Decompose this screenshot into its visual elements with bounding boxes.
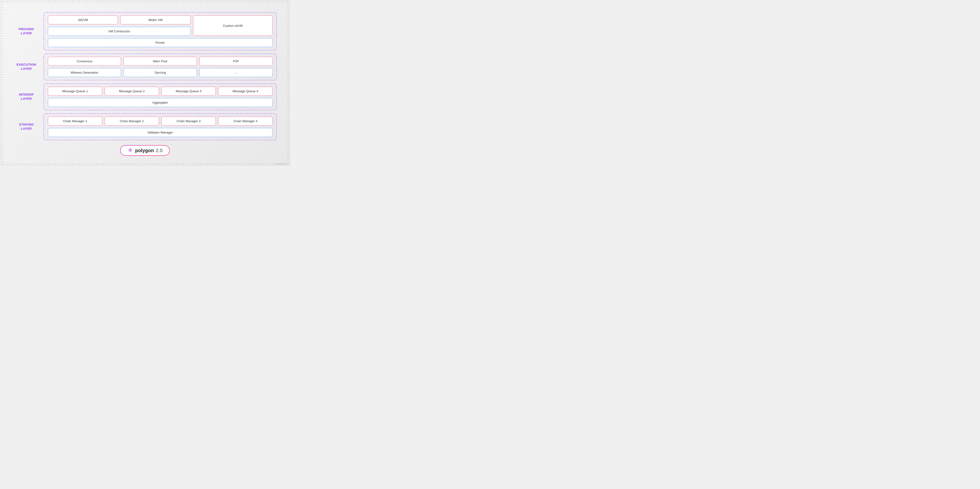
staking-row2: Validator Manager: [48, 128, 272, 137]
interop-layer-row: INTEROP LAYER Message Queue 1 Message Qu…: [13, 83, 277, 110]
layers-container: PROVING LAYER zkEVM Miden VM VM Construc…: [13, 8, 277, 140]
validator-manager-component: Validator Manager: [48, 128, 272, 137]
ruler-bottom: [0, 163, 290, 166]
interop-layer-box: Message Queue 1 Message Queue 2 Message …: [43, 83, 277, 110]
vm-constructor-component: VM Constructor: [48, 27, 191, 36]
polygon-badge: polygon 2.0: [120, 145, 170, 156]
execution-layer-row: EXECUTION LAYER Consensus Mem Pool P2P W…: [13, 53, 277, 80]
interop-row1: Message Queue 1 Message Queue 2 Message …: [48, 87, 272, 95]
staking-layer-box: Chain Manager 1 Chain Manager 2 Chain Ma…: [43, 113, 277, 140]
prover-component: Prover: [48, 38, 272, 47]
proving-top-section: zkEVM Miden VM VM Constructor Custom zkV…: [48, 16, 272, 36]
execution-row1: Consensus Mem Pool P2P: [48, 57, 272, 66]
watermark-text: Canva Beto: [276, 163, 286, 165]
proving-left-section: zkEVM Miden VM VM Constructor: [48, 16, 191, 36]
syncing-component: Syncing: [124, 68, 197, 77]
execution-layer-box: Consensus Mem Pool P2P Witness Generatio…: [43, 53, 277, 80]
zkevm-component: zkEVM: [48, 16, 118, 24]
polygon-logo-text: polygon: [135, 148, 154, 153]
proving-row1: zkEVM Miden VM: [48, 16, 191, 24]
interop-layer-label: INTEROP LAYER: [13, 93, 40, 101]
message-queue-4-component: Message Queue 4: [218, 87, 272, 95]
message-queue-2-component: Message Queue 2: [105, 87, 159, 95]
aggregator-component: Aggregator: [48, 98, 272, 107]
proving-layer-box: zkEVM Miden VM VM Constructor Custom zkV…: [43, 12, 277, 51]
proving-layer-row: PROVING LAYER zkEVM Miden VM VM Construc…: [13, 12, 277, 51]
staking-layer-label: STAKING LAYER: [13, 123, 40, 131]
mem-pool-component: Mem Pool: [124, 57, 197, 66]
diagram-content: PROVING LAYER zkEVM Miden VM VM Construc…: [13, 8, 277, 156]
proving-row3: Prover: [48, 38, 272, 47]
execution-layer-label: EXECUTION LAYER: [13, 63, 40, 71]
staking-layer-row: STAKING LAYER Chain Manager 1 Chain Mana…: [13, 113, 277, 140]
chain-manager-3-component: Chain Manager 3: [161, 117, 216, 125]
miden-vm-component: Miden VM: [120, 16, 190, 24]
proving-layer-label: PROVING LAYER: [13, 27, 40, 35]
badge-row: polygon 2.0: [13, 145, 277, 156]
ruler-left: [0, 0, 3, 166]
interop-row2: Aggregator: [48, 98, 272, 107]
p2p-component: P2P: [199, 57, 272, 66]
message-queue-1-component: Message Queue 1: [48, 87, 102, 95]
ellipsis-component: ....: [199, 68, 272, 77]
ruler-top: [0, 0, 290, 3]
witness-gen-component: Witness Generation: [48, 68, 121, 77]
ruler-right: [287, 0, 290, 166]
canvas: PROVING LAYER zkEVM Miden VM VM Construc…: [0, 0, 290, 166]
proving-row2: VM Constructor: [48, 27, 191, 36]
message-queue-3-component: Message Queue 3: [161, 87, 216, 95]
svg-point-0: [130, 150, 131, 151]
chain-manager-2-component: Chain Manager 2: [105, 117, 159, 125]
custom-zkvm-component: Custom zkVM: [193, 16, 272, 36]
chain-manager-1-component: Chain Manager 1: [48, 117, 102, 125]
staking-row1: Chain Manager 1 Chain Manager 2 Chain Ma…: [48, 117, 272, 125]
consensus-component: Consensus: [48, 57, 121, 66]
polygon-logo-icon: [127, 148, 133, 153]
chain-manager-4-component: Chain Manager 4: [218, 117, 272, 125]
polygon-version-text: 2.0: [156, 148, 162, 153]
execution-row2: Witness Generation Syncing ....: [48, 68, 272, 77]
